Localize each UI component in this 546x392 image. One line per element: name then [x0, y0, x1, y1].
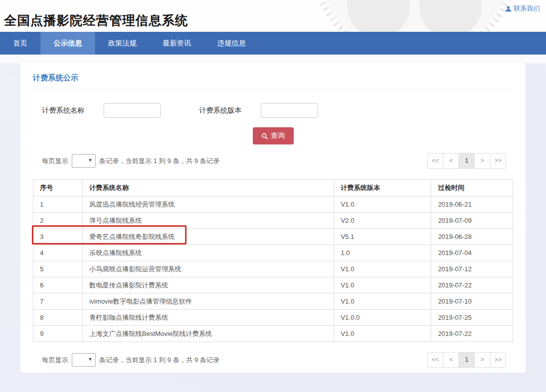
- divider: [33, 89, 513, 90]
- cell-date: 2019-07-25: [431, 310, 513, 326]
- page-size-control: 每页显示 ▼ 条记录，当前显示 1 到 9 条，共 9 条记录: [42, 154, 219, 168]
- pagination-page-1[interactable]: 1: [459, 153, 475, 169]
- cell-name: 爱奇艺点播院线奇影院线系统: [82, 229, 334, 245]
- header-spacer: [0, 55, 546, 63]
- cell-name: 风霆迅点播院线经营管理系统: [82, 197, 334, 213]
- per-page-prefix: 每页显示: [42, 157, 68, 166]
- main-nav: 首页公示信息政策法规最新资讯违规信息: [0, 32, 546, 55]
- page-size-select[interactable]: ▼: [72, 154, 96, 168]
- cell-name: 青柠影咖点播院线计费系统: [82, 310, 334, 326]
- site-title: 全国点播影院经营管理信息系统: [4, 12, 188, 29]
- search-form: 计费系统名称 计费系统版本: [33, 103, 513, 118]
- user-icon: [505, 6, 512, 12]
- header-name: 计费系统名称: [82, 180, 334, 197]
- cell-version: V1.0: [334, 277, 431, 293]
- cell-name: 乐映点播院线系统: [82, 245, 334, 261]
- cell-date: 2019-07-12: [431, 261, 513, 277]
- cell-name: 弹弓点播院线系统: [82, 213, 334, 229]
- header-version: 计费系统版本: [334, 180, 431, 197]
- cell-index: 6: [33, 277, 83, 293]
- pagination-last-button[interactable]: >>: [490, 153, 506, 169]
- cell-index: 3: [33, 229, 83, 245]
- header-index: 序号: [33, 180, 83, 197]
- cell-date: 2019-07-10: [431, 293, 513, 310]
- cell-name: 数电星传点播影院计费系统: [82, 277, 334, 293]
- dropdown-arrow-icon: ▼: [88, 158, 93, 163]
- table-row: 6数电星传点播影院计费系统V1.02019-07-22: [33, 277, 513, 293]
- cell-date: 2019-07-22: [431, 326, 513, 342]
- billing-version-input[interactable]: [261, 103, 318, 118]
- table-body: 1风霆迅点播院线经营管理系统V1.02019-06-212弹弓点播院线系统V2.…: [33, 197, 513, 342]
- content-card: 计费系统公示 计费系统名称 计费系统版本 查询 每页显示 ▼ 条记录，当前显示 …: [20, 63, 526, 373]
- billing-version-label: 计费系统版本: [199, 106, 242, 115]
- query-button[interactable]: 查询: [253, 127, 294, 144]
- pagination-page-1[interactable]: 1: [459, 352, 475, 368]
- pagination-next-button[interactable]: >: [474, 352, 490, 368]
- cell-date: 2019-06-21: [431, 197, 513, 213]
- pagination-top: << < 1 > >>: [427, 153, 506, 169]
- dropdown-arrow-icon: ▼: [88, 357, 93, 362]
- cell-date: 2019-06-28: [431, 229, 513, 245]
- table-row: 2弹弓点播院线系统V2.02019-07-09: [33, 213, 513, 229]
- nav-tab-2[interactable]: 公示信息: [40, 32, 95, 55]
- cell-index: 4: [33, 245, 83, 261]
- cell-version: V1.0: [334, 293, 431, 310]
- pagination-last-button[interactable]: >>: [490, 352, 506, 368]
- nav-tab-1[interactable]: 首页: [0, 32, 40, 55]
- table-row: 8青柠影咖点播院线计费系统V1.0.02019-07-25: [33, 310, 513, 326]
- contact-label: 联系我们: [514, 4, 540, 13]
- cell-date: 2019-07-09: [431, 213, 513, 229]
- cell-name: 小鸟观映点播影院运营管理系统: [82, 261, 334, 277]
- cell-index: 1: [33, 197, 83, 213]
- pagination-first-button[interactable]: <<: [427, 153, 443, 169]
- nav-tab-3[interactable]: 政策法规: [95, 32, 150, 55]
- table-row: 3爱奇艺点播院线奇影院线系统V5.12019-06-28: [33, 229, 513, 245]
- page-size-control-bottom: 每页显示 ▼ 条记录，当前显示 1 到 9 条，共 9 条记录: [42, 353, 219, 367]
- cell-date: 2019-07-22: [431, 277, 513, 293]
- records-info-bottom: 每页显示 ▼ 条记录，当前显示 1 到 9 条，共 9 条记录 << < 1 >…: [33, 352, 513, 368]
- site-header: 联系我们 全国点播影院经营管理信息系统: [0, 0, 546, 32]
- table-header-row: 序号 计费系统名称 计费系统版本 过检时间: [33, 180, 513, 197]
- nav-tab-4[interactable]: 最新资讯: [150, 32, 204, 55]
- pagination-first-button[interactable]: <<: [427, 352, 443, 368]
- film-reel-icon: [306, 0, 523, 32]
- cell-index: 7: [33, 293, 83, 310]
- page-title: 计费系统公示: [33, 63, 513, 83]
- table-row: 5小鸟观映点播影院运营管理系统V1.02019-07-12: [33, 261, 513, 277]
- cell-version: V1.0: [334, 197, 431, 213]
- nav-tab-5[interactable]: 违规信息: [204, 32, 259, 55]
- billing-systems-table-wrap: 序号 计费系统名称 计费系统版本 过检时间 1风霆迅点播院线经营管理系统V1.0…: [33, 179, 513, 342]
- page-size-select-bottom[interactable]: ▼: [72, 353, 96, 367]
- billing-name-label: 计费系统名称: [42, 106, 84, 115]
- contact-link[interactable]: 联系我们: [505, 4, 540, 13]
- pagination-bottom: << < 1 > >>: [427, 352, 506, 368]
- cell-version: 1.0: [334, 245, 431, 261]
- billing-systems-table: 序号 计费系统名称 计费系统版本 过检时间 1风霆迅点播院线经营管理系统V1.0…: [33, 179, 513, 342]
- table-row: 1风霆迅点播院线经营管理系统V1.02019-06-21: [33, 197, 513, 213]
- records-info-top: 每页显示 ▼ 条记录，当前显示 1 到 9 条，共 9 条记录 << < 1 >…: [33, 153, 513, 169]
- pagination-next-button[interactable]: >: [474, 153, 490, 169]
- billing-name-input[interactable]: [104, 103, 161, 118]
- query-button-label: 查询: [271, 131, 285, 140]
- cell-name: 上海文广点播院线BestMovie院线计费系统: [82, 326, 334, 342]
- per-page-prefix: 每页显示: [42, 356, 68, 365]
- header-date: 过检时间: [431, 180, 513, 197]
- cell-name: ivimovie数字电影点播管理信息软件: [82, 293, 334, 310]
- cell-version: V1.0: [334, 261, 431, 277]
- table-row: 9上海文广点播院线BestMovie院线计费系统V1.02019-07-22: [33, 326, 513, 342]
- cell-index: 9: [33, 326, 83, 342]
- records-summary: 条记录，当前显示 1 到 9 条，共 9 条记录: [99, 356, 219, 365]
- table-row: 4乐映点播院线系统1.02019-07-04: [33, 245, 513, 261]
- cell-index: 2: [33, 213, 83, 229]
- cell-version: V1.0.0: [334, 310, 431, 326]
- search-icon: [261, 133, 268, 139]
- cell-index: 8: [33, 310, 83, 326]
- pagination-prev-button[interactable]: <: [443, 153, 459, 169]
- cell-date: 2019-07-04: [431, 245, 513, 261]
- cell-version: V2.0: [334, 213, 431, 229]
- table-row: 7ivimovie数字电影点播管理信息软件V1.02019-07-10: [33, 293, 513, 310]
- cell-index: 5: [33, 261, 83, 277]
- button-row: 查询: [33, 127, 513, 144]
- cell-version: V1.0: [334, 326, 431, 342]
- pagination-prev-button[interactable]: <: [443, 352, 459, 368]
